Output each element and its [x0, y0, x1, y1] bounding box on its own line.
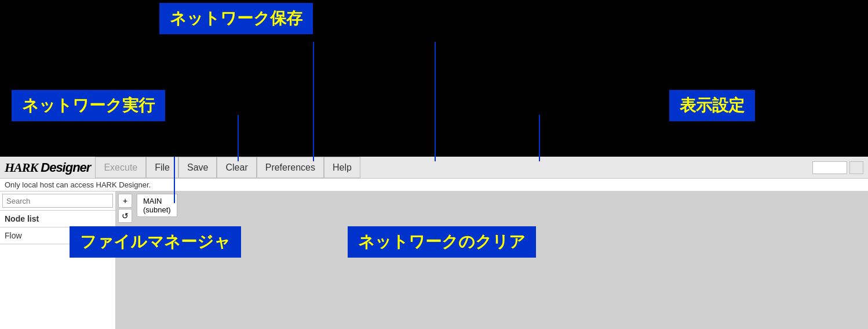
- subnet-type: (subnet): [143, 205, 171, 214]
- logo-designer: Designer: [41, 160, 90, 175]
- flow-label: Flow: [5, 231, 22, 240]
- subnet-tab[interactable]: MAIN (subnet): [137, 194, 177, 217]
- subnet-name: MAIN: [143, 197, 171, 205]
- save-button[interactable]: Save: [178, 157, 217, 178]
- line-save: [313, 42, 314, 161]
- line-clear: [435, 42, 436, 161]
- status-bar: Only local host can access HARK Designer…: [0, 179, 868, 191]
- help-button[interactable]: Help: [324, 157, 360, 178]
- annotation-network-clear: ネットワークのクリア: [348, 226, 536, 258]
- add-node-button[interactable]: +: [118, 194, 132, 208]
- main-content: Node list Flow › + ↺ MAIN (subnet): [0, 191, 868, 329]
- clear-button[interactable]: Clear: [217, 157, 256, 178]
- status-message: Only local host can access HARK Designer…: [5, 180, 151, 189]
- zoom-area: [812, 161, 868, 174]
- zoom-button[interactable]: [849, 161, 863, 174]
- menubar: HARK Designer Execute File Save Clear Pr…: [0, 157, 868, 179]
- refresh-button[interactable]: ↺: [118, 209, 132, 223]
- annotation-file-manager: ファイルマネージャ: [70, 226, 241, 258]
- line-preferences: [539, 115, 540, 161]
- search-input[interactable]: [2, 194, 113, 208]
- line-execute: [238, 115, 239, 161]
- line-file: [174, 157, 175, 203]
- execute-button[interactable]: Execute: [95, 157, 146, 178]
- zoom-input[interactable]: [812, 161, 847, 174]
- left-panel: Node list Flow ›: [0, 191, 116, 329]
- annotation-display-settings: 表示設定: [669, 90, 755, 121]
- canvas-toolbar: + ↺: [118, 194, 132, 223]
- node-list-header: Node list: [0, 211, 115, 227]
- logo: HARK Designer: [0, 160, 95, 175]
- search-bar: [0, 191, 115, 211]
- canvas-area: + ↺ MAIN (subnet): [116, 191, 868, 329]
- annotation-network-save: ネットワーク保存: [159, 3, 313, 34]
- annotation-network-execute: ネットワーク実行: [12, 90, 165, 121]
- logo-hark: HARK: [5, 160, 38, 175]
